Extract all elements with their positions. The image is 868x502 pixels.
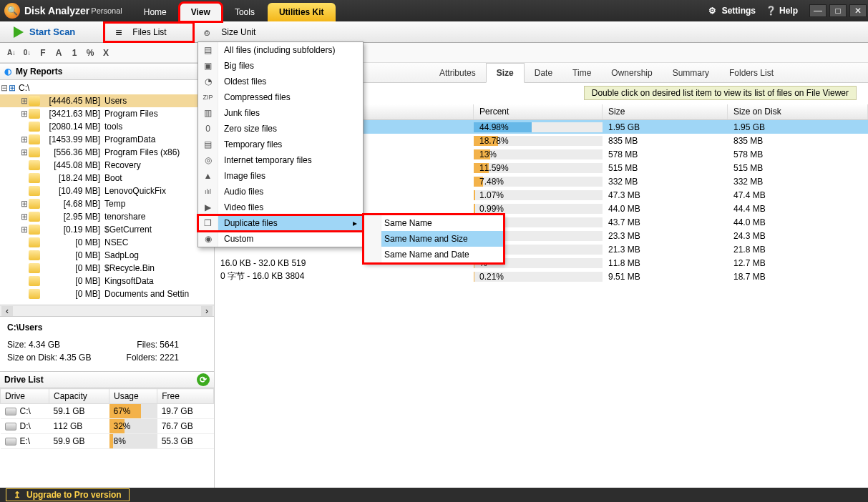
col-drive[interactable]: Drive xyxy=(1,389,49,404)
folder-icon xyxy=(29,147,40,157)
menu-item[interactable]: ▲Image files xyxy=(198,168,363,184)
tree-item[interactable]: ⊞[4446.45 MB]Users xyxy=(0,94,214,107)
tree-item[interactable]: ⊞[2.95 MB]tenorshare xyxy=(0,210,214,223)
nav-home[interactable]: Home xyxy=(132,3,178,21)
col-usage[interactable]: Usage xyxy=(109,389,157,404)
tab-summary[interactable]: Summary xyxy=(663,64,719,82)
col-free[interactable]: Free xyxy=(157,389,214,404)
tree-item[interactable]: [10.49 MB]LenovoQuickFix xyxy=(0,184,214,197)
tree-item[interactable]: ⊞[4.68 MB]Temp xyxy=(0,197,214,210)
nav-tools[interactable]: Tools xyxy=(223,3,266,21)
maximize-button[interactable]: □ xyxy=(829,4,847,17)
sort-num-button[interactable] xyxy=(20,46,34,60)
menu-item[interactable]: ◔Oldest files xyxy=(198,74,363,89)
menu-item-icon: ▤ xyxy=(198,42,218,58)
disk-icon xyxy=(5,438,16,446)
minimize-button[interactable]: — xyxy=(809,4,826,17)
upgrade-button[interactable]: ↥ Upgrade to Pro version xyxy=(6,488,130,501)
list-icon xyxy=(115,26,127,38)
tree-root[interactable]: ⊟ C:\ xyxy=(0,82,214,94)
left-pane: My Reports ⊟ C:\ ⊞[4446.45 MB]Users⊞[342… xyxy=(0,63,215,488)
menu-item[interactable]: ◉Custom xyxy=(198,231,363,247)
col-size-on-disk[interactable]: Size on Disk xyxy=(728,104,868,119)
menu-item-icon: ılıl xyxy=(198,184,218,200)
tree-item[interactable]: ⊞[1453.99 MB]ProgramData xyxy=(0,133,214,146)
folder-icon xyxy=(29,263,40,273)
submenu-item[interactable]: Same Name and Date xyxy=(364,247,503,262)
chevron-right-icon: ▸ xyxy=(353,218,357,228)
tree-item[interactable]: [0 MB]KingsoftData xyxy=(0,275,214,287)
folder-tree[interactable]: ⊟ C:\ ⊞[4446.45 MB]Users⊞[3421.63 MB]Pro… xyxy=(0,80,214,305)
menu-item[interactable]: ▤Temporary files xyxy=(198,137,363,152)
tab-size[interactable]: Size xyxy=(486,63,525,83)
tree-item[interactable]: [0 MB]$Recycle.Bin xyxy=(0,262,214,275)
app-edition: Personal xyxy=(91,6,122,15)
drive-row[interactable]: D:\112 GB32%76.7 GB xyxy=(1,419,214,434)
tool-a[interactable]: A xyxy=(52,46,66,60)
tab-attributes[interactable]: Attributes xyxy=(429,64,486,82)
ribbon: Start Scan Files List Size Unit xyxy=(0,21,868,43)
menu-item[interactable]: ▤All files (including subfolders) xyxy=(198,42,363,58)
tree-item[interactable]: ⊞[3421.63 MB]Program Files xyxy=(0,107,214,120)
size-unit-button[interactable]: Size Unit xyxy=(193,23,266,41)
tab-date[interactable]: Date xyxy=(525,64,562,82)
tab-ownership[interactable]: Ownership xyxy=(601,64,662,82)
submenu-item[interactable]: Same Name and Size xyxy=(364,231,503,247)
col-size[interactable]: Size xyxy=(603,104,728,119)
settings-button[interactable]: Settings xyxy=(708,6,756,16)
grid-row[interactable]: 16.0 KB - 32.0 KB 519%11.8 MB12.7 MB xyxy=(215,256,868,270)
refresh-icon[interactable]: ⟳ xyxy=(197,373,210,386)
tree-item[interactable]: [445.08 MB]Recovery xyxy=(0,159,214,172)
tool-x[interactable]: X xyxy=(99,46,113,60)
drive-row[interactable]: E:\59.9 GB8%55.3 GB xyxy=(1,434,214,449)
submenu-item[interactable]: Same Name xyxy=(364,215,503,231)
menu-item[interactable]: ◎Internet temporary files xyxy=(198,152,363,168)
drive-row[interactable]: C:\59.1 GB67%19.7 GB xyxy=(1,404,214,419)
tree-item[interactable]: [0 MB]Documents and Settin xyxy=(0,287,214,300)
start-scan-button[interactable]: Start Scan xyxy=(0,23,86,41)
duplicate-files-submenu[interactable]: Same NameSame Name and SizeSame Name and… xyxy=(364,215,504,263)
tab-time[interactable]: Time xyxy=(562,64,601,82)
folder-icon xyxy=(29,212,40,222)
folder-icon xyxy=(29,225,40,235)
menu-item[interactable]: ❐Duplicate files▸ xyxy=(198,215,363,231)
tab-folders-list[interactable]: Folders List xyxy=(719,64,784,82)
tool-strip: FA1%X ← Ba xyxy=(0,43,868,63)
folder-icon xyxy=(29,276,40,286)
tree-item[interactable]: [0 MB]NSEC xyxy=(0,236,214,249)
col-capacity[interactable]: Capacity xyxy=(49,389,109,404)
tree-item[interactable]: ⊞[0.19 MB]$GetCurrent xyxy=(0,223,214,236)
window-controls: — □ ✕ xyxy=(808,4,868,17)
tool-f[interactable]: F xyxy=(36,46,50,60)
menu-item[interactable]: ▣Big files xyxy=(198,58,363,74)
tree-item[interactable]: ⊞[556.36 MB]Program Files (x86) xyxy=(0,146,214,159)
tree-item[interactable]: [0 MB]SadpLog xyxy=(0,249,214,262)
hint-bar: Double click on desired list item to vie… xyxy=(584,86,857,100)
tool-%[interactable]: % xyxy=(83,46,97,60)
folder-icon xyxy=(29,160,40,170)
nav-utilities-kit[interactable]: Utilities Kit xyxy=(268,3,336,21)
files-list-menu[interactable]: ▤All files (including subfolders)▣Big fi… xyxy=(198,41,364,247)
files-list-button[interactable]: Files List xyxy=(104,23,193,41)
nav-view[interactable]: View xyxy=(180,3,222,21)
menu-item-icon: ▤ xyxy=(198,137,218,152)
tree-item[interactable]: [18.24 MB]Boot xyxy=(0,172,214,184)
menu-item[interactable]: ılılAudio files xyxy=(198,184,363,200)
help-button[interactable]: Help xyxy=(766,6,798,16)
folder-icon xyxy=(29,122,40,132)
main-nav: Home View Tools Utilities Kit xyxy=(132,0,337,21)
tool-1[interactable]: 1 xyxy=(67,46,82,60)
tree-h-scrollbar[interactable]: ‹› xyxy=(0,305,214,316)
folder-icon xyxy=(29,289,40,299)
menu-item[interactable]: ▶Video files xyxy=(198,200,363,215)
menu-item[interactable]: 0Zero size files xyxy=(198,121,363,137)
menu-item[interactable]: ▥Junk files xyxy=(198,105,363,121)
folder-icon xyxy=(29,199,40,209)
menu-item[interactable]: ZIPCompressed files xyxy=(198,89,363,105)
close-button[interactable]: ✕ xyxy=(849,4,867,17)
drive-list-header: Drive List ⟳ xyxy=(0,371,214,388)
grid-row[interactable]: 0 字节 - 16.0 KB 38040.21%9.51 MB18.7 MB xyxy=(215,270,868,283)
tree-item[interactable]: [2080.14 MB]tools xyxy=(0,120,214,133)
sort-alpha-button[interactable] xyxy=(4,46,19,60)
col-percent[interactable]: Percent xyxy=(474,104,603,119)
